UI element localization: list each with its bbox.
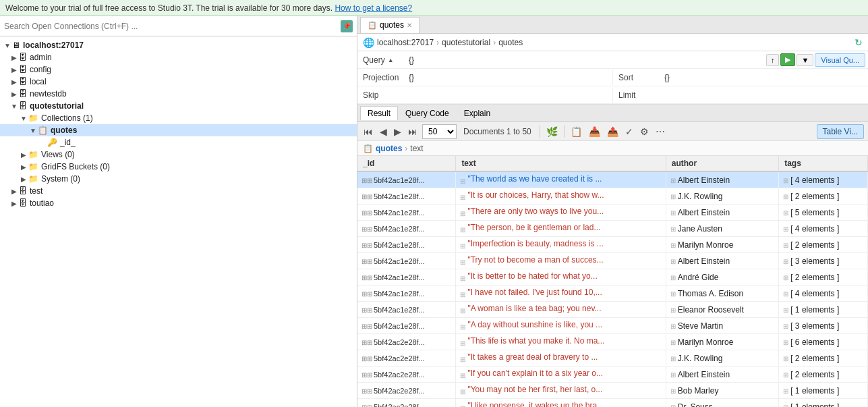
- run-btn[interactable]: ▶: [780, 53, 795, 66]
- cell-tags[interactable]: ⊞[ 1 elements ]: [779, 399, 868, 408]
- tree-item-collections[interactable]: ▼ 📁 Collections (1): [0, 112, 357, 124]
- query-input[interactable]: [405, 53, 763, 67]
- sort-input[interactable]: [660, 71, 868, 84]
- cell-id[interactable]: ⊞⊞5bf42ac2e28f...: [357, 334, 456, 350]
- cell-text[interactable]: ⊞"There are only two ways to live you...: [456, 205, 666, 221]
- cell-author[interactable]: ⊞Thomas A. Edison: [666, 286, 778, 302]
- table-row[interactable]: ⊞⊞5bf42ac1e28f...⊞"Try not to become a m…: [357, 253, 868, 269]
- cell-tags[interactable]: ⊞[ 2 elements ]: [779, 237, 868, 253]
- export-btn[interactable]: 📤: [605, 125, 620, 138]
- cell-id[interactable]: ⊞⊞5bf42ac2e28f...: [357, 367, 456, 383]
- tree-item-id-index[interactable]: 🔑 _id_: [0, 136, 357, 148]
- page-size-select[interactable]: 50 100 200: [422, 124, 457, 139]
- cell-text[interactable]: ⊞"Try not to become a man of succes...: [456, 253, 666, 269]
- cell-author[interactable]: ⊞Dr. Seuss: [666, 399, 778, 408]
- cell-text[interactable]: ⊞"A woman is like a tea bag; you nev...: [456, 302, 666, 318]
- cell-id[interactable]: ⊞⊞5bf42ac2e28f...: [357, 350, 456, 367]
- cell-id[interactable]: ⊞⊞5bf42ac1e28f...: [357, 171, 456, 188]
- cell-author[interactable]: ⊞Albert Einstein: [666, 205, 778, 221]
- cell-author[interactable]: ⊞J.K. Rowling: [666, 188, 778, 205]
- settings-btn[interactable]: ⚙: [638, 125, 651, 138]
- cell-text[interactable]: ⊞"The world as we have created it is ...: [456, 171, 666, 188]
- table-row[interactable]: ⊞⊞5bf42ac1e28f...⊞"The person, be it gen…: [357, 221, 868, 237]
- cell-text[interactable]: ⊞"This life is what you make it. No ma..…: [456, 334, 666, 350]
- cell-id[interactable]: ⊞⊞5bf42ac1e28f...: [357, 237, 456, 253]
- table-row[interactable]: ⊞⊞5bf42ac1e28f...⊞"It is better to be ha…: [357, 269, 868, 286]
- tree-item-admin[interactable]: ▶ 🗄 admin: [0, 51, 357, 63]
- refresh-icon[interactable]: ↻: [855, 37, 863, 48]
- col-header-id[interactable]: _id: [357, 156, 456, 171]
- next-page-btn[interactable]: ▶: [392, 125, 403, 138]
- cell-tags[interactable]: ⊞[ 2 elements ]: [779, 269, 868, 286]
- cell-author[interactable]: ⊞Jane Austen: [666, 221, 778, 237]
- cell-id[interactable]: ⊞⊞5bf42ac1e28f...: [357, 253, 456, 269]
- projection-input[interactable]: [405, 71, 612, 84]
- last-page-btn[interactable]: ⏭: [406, 125, 419, 138]
- cell-author[interactable]: ⊞André Gide: [666, 269, 778, 286]
- search-input[interactable]: [4, 22, 337, 31]
- cell-text[interactable]: ⊞"Imperfection is beauty, madness is ...: [456, 237, 666, 253]
- cell-tags[interactable]: ⊞[ 4 elements ]: [779, 286, 868, 302]
- cell-id[interactable]: ⊞⊞5bf42ac2e28f...: [357, 383, 456, 399]
- cell-author[interactable]: ⊞J.K. Rowling: [666, 350, 778, 367]
- table-row[interactable]: ⊞⊞5bf42ac1e28f...⊞"Imperfection is beaut…: [357, 237, 868, 253]
- col-header-author[interactable]: author: [666, 156, 778, 171]
- cell-tags[interactable]: ⊞[ 4 elements ]: [779, 171, 868, 188]
- cell-tags[interactable]: ⊞[ 1 elements ]: [779, 302, 868, 318]
- cell-author[interactable]: ⊞Albert Einstein: [666, 253, 778, 269]
- cell-id[interactable]: ⊞⊞5bf42ac1e28f...: [357, 302, 456, 318]
- cell-id[interactable]: ⊞⊞5bf42ac1e28f...: [357, 221, 456, 237]
- license-link[interactable]: How to get a license?: [335, 3, 412, 13]
- cell-id[interactable]: ⊞⊞5bf42ac1e28f...: [357, 318, 456, 334]
- cell-tags[interactable]: ⊞[ 6 elements ]: [779, 334, 868, 350]
- table-row[interactable]: ⊞⊞5bf42ac1e28f...⊞"A day without sunshin…: [357, 318, 868, 334]
- cell-tags[interactable]: ⊞[ 2 elements ]: [779, 367, 868, 383]
- col-header-text[interactable]: text: [456, 156, 666, 171]
- tree-item-quotes[interactable]: ▼ 📋 quotes: [0, 124, 357, 136]
- cell-author[interactable]: ⊞Marilyn Monroe: [666, 237, 778, 253]
- prev-page-btn[interactable]: ◀: [378, 125, 389, 138]
- cell-author[interactable]: ⊞Eleanor Roosevelt: [666, 302, 778, 318]
- table-row[interactable]: ⊞⊞5bf42ac2e28f...⊞"You may not be her fi…: [357, 383, 868, 399]
- copy-btn[interactable]: 📋: [569, 125, 584, 138]
- cell-id[interactable]: ⊞⊞5bf42ac1e28f...: [357, 205, 456, 221]
- cell-text[interactable]: ⊞"If you can't explain it to a six year …: [456, 367, 666, 383]
- table-row[interactable]: ⊞⊞5bf42ac2e28f...⊞"I like nonsense, it w…: [357, 399, 868, 408]
- cell-author[interactable]: ⊞Albert Einstein: [666, 171, 778, 188]
- add-doc-btn[interactable]: 🌿: [544, 125, 560, 138]
- table-row[interactable]: ⊞⊞5bf42ac1e28f...⊞"A woman is like a tea…: [357, 302, 868, 318]
- tree-item-toutiao[interactable]: ▶ 🗄 toutiao: [0, 197, 357, 209]
- tree-item-local[interactable]: ▶ 🗄 local: [0, 76, 357, 88]
- more-btn[interactable]: ⋯: [654, 125, 667, 138]
- cell-text[interactable]: ⊞"It is better to be hated for what yo..…: [456, 269, 666, 286]
- cell-id[interactable]: ⊞⊞5bf42ac1e28f...: [357, 269, 456, 286]
- cell-id[interactable]: ⊞⊞5bf42ac2e28f...: [357, 399, 456, 408]
- cell-text[interactable]: ⊞"It is our choices, Harry, that show w.…: [456, 188, 666, 205]
- cell-text[interactable]: ⊞"The person, be it gentleman or lad...: [456, 221, 666, 237]
- validate-btn[interactable]: ✓: [623, 125, 635, 138]
- import-btn[interactable]: ↑: [766, 54, 780, 66]
- quotes-tab[interactable]: 📋 quotes ✕: [360, 17, 419, 33]
- cell-author[interactable]: ⊞Steve Martin: [666, 318, 778, 334]
- tree-item-config[interactable]: ▶ 🗄 config: [0, 63, 357, 76]
- table-row[interactable]: ⊞⊞5bf42ac2e28f...⊞"If you can't explain …: [357, 367, 868, 383]
- run-dropdown-btn[interactable]: ▼: [797, 54, 813, 66]
- cell-tags[interactable]: ⊞[ 4 elements ]: [779, 221, 868, 237]
- cell-text[interactable]: ⊞"It takes a great deal of bravery to ..…: [456, 350, 666, 367]
- table-row[interactable]: ⊞⊞5bf42ac1e28f...⊞"I have not failed. I'…: [357, 286, 868, 302]
- cell-tags[interactable]: ⊞[ 3 elements ]: [779, 318, 868, 334]
- cell-tags[interactable]: ⊞[ 5 elements ]: [779, 205, 868, 221]
- cell-tags[interactable]: ⊞[ 2 elements ]: [779, 350, 868, 367]
- tree-item-system[interactable]: ▶ 📁 System (0): [0, 173, 357, 185]
- cell-id[interactable]: ⊞⊞5bf42ac1e28f...: [357, 188, 456, 205]
- visual-query-btn[interactable]: Visual Qu...: [815, 53, 865, 67]
- col-header-tags[interactable]: tags: [779, 156, 868, 171]
- tree-item-localhost[interactable]: ▼ 🖥 localhost:27017: [0, 39, 357, 51]
- pin-icon[interactable]: 📌: [341, 20, 353, 32]
- table-row[interactable]: ⊞⊞5bf42ac1e28f...⊞"There are only two wa…: [357, 205, 868, 221]
- table-row[interactable]: ⊞⊞5bf42ac2e28f...⊞"It takes a great deal…: [357, 350, 868, 367]
- tree-item-test[interactable]: ▶ 🗄 test: [0, 185, 357, 197]
- tab-close-btn[interactable]: ✕: [407, 22, 412, 29]
- cell-tags[interactable]: ⊞[ 3 elements ]: [779, 253, 868, 269]
- table-row[interactable]: ⊞⊞5bf42ac1e28f...⊞"It is our choices, Ha…: [357, 188, 868, 205]
